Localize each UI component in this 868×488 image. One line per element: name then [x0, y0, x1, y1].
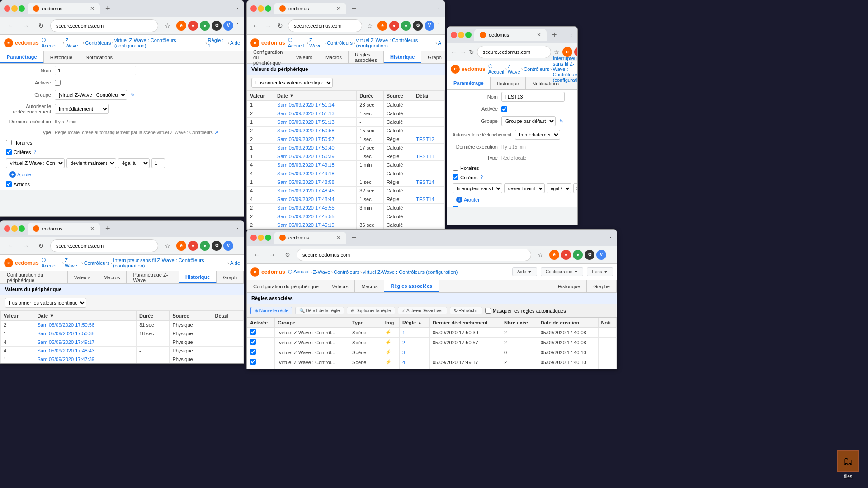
- forward-btn-4[interactable]: →: [19, 239, 32, 252]
- new-tab-btn-1[interactable]: +: [103, 3, 113, 14]
- table-row[interactable]: 1 Sam 05/09/2020 17:51:14 23 sec Calculé: [247, 101, 445, 109]
- minimize-btn-4[interactable]: [11, 225, 18, 232]
- ext-icon-3[interactable]: ●: [200, 21, 210, 31]
- close-btn-4[interactable]: [4, 225, 10, 232]
- tab-macros-5[interactable]: Macros: [355, 280, 384, 292]
- ext-2-3[interactable]: ●: [401, 21, 411, 31]
- menu-btn-4[interactable]: ⋮: [235, 226, 240, 232]
- tab-close-5[interactable]: ✕: [336, 235, 341, 241]
- back-btn-1[interactable]: ←: [4, 19, 17, 32]
- col-date-4[interactable]: Date ▼: [34, 311, 137, 321]
- profile-icon-1[interactable]: V: [223, 21, 233, 31]
- bc-ctrl-3[interactable]: Contrôleurs: [524, 66, 549, 72]
- table-row[interactable]: 2 Sam 05/09/2020 17:50:58 15 sec Calculé: [247, 127, 445, 135]
- list-item[interactable]: [virtuel Z-Wave : Contrôl... Scène ⚡ 1 0…: [247, 328, 617, 338]
- url-bar-1[interactable]: [50, 19, 158, 32]
- tab-close-3[interactable]: ✕: [537, 32, 541, 38]
- table-row[interactable]: 4 Sam 05/09/2020 17:49:18 1 min Calculé: [247, 161, 445, 169]
- ext-5-2[interactable]: ●: [561, 250, 571, 260]
- bc-virt-2[interactable]: virtuel Z-Wave : Contrôleurs (configurat…: [356, 38, 434, 48]
- table-row[interactable]: 2 Sam 05/09/2020 17:51:13 1 sec Calculé: [247, 109, 445, 118]
- critere-sel-3-2[interactable]: devient maintenant: [504, 183, 545, 193]
- critere-sel-3-1[interactable]: Interrupteur sans fil Z-Wave : Cont: [453, 183, 502, 193]
- input-nom-3[interactable]: [501, 92, 565, 102]
- forward-btn-5[interactable]: →: [266, 249, 278, 261]
- tab-config-4[interactable]: Configuration du périphérique: [0, 271, 68, 283]
- desktop-icon[interactable]: 🗂 tiles: [837, 450, 859, 479]
- app-logo-4[interactable]: e eedomus: [4, 258, 39, 267]
- tab-graph-4[interactable]: Graph: [217, 271, 244, 283]
- select-groupe-3[interactable]: Groupe par défaut: [501, 116, 556, 126]
- table-row[interactable]: 2 Sam 05/09/2020 17:45:55 - Calculé: [247, 212, 445, 221]
- table-row[interactable]: 2 Sam 05/09/2020 17:45:18 2 min Physique: [1, 364, 244, 364]
- forward-btn-3[interactable]: →: [460, 46, 466, 58]
- new-tab-btn-5[interactable]: +: [349, 232, 359, 244]
- bc-accueil-3[interactable]: ⬡ Accueil: [488, 63, 504, 75]
- tab-close-1[interactable]: ✕: [90, 5, 94, 12]
- bc-accueil-4[interactable]: ⬡ Accueil: [42, 257, 61, 268]
- ext-4-3[interactable]: ●: [200, 241, 210, 251]
- close-btn-2[interactable]: [250, 5, 257, 12]
- star-btn-4[interactable]: ☆: [161, 239, 174, 252]
- maximize-btn-4[interactable]: [19, 225, 25, 232]
- maximize-btn-5[interactable]: [265, 235, 271, 241]
- bc-regle-1[interactable]: Règle : 1: [208, 38, 227, 48]
- star-btn-5[interactable]: ☆: [534, 249, 547, 261]
- star-btn-2[interactable]: ☆: [365, 19, 375, 32]
- rule-checkbox[interactable]: [250, 369, 256, 369]
- refresh-btn-3[interactable]: ↻: [469, 46, 474, 58]
- col-regle-5[interactable]: Règle ▲: [400, 318, 430, 328]
- minimize-btn-1[interactable]: [11, 5, 18, 12]
- rule-checkbox[interactable]: [250, 329, 256, 335]
- table-row[interactable]: 1 Sam 05/09/2020 17:51:13 - Calculé: [247, 118, 445, 127]
- tab-parametrage-3[interactable]: Paramétrage: [447, 77, 491, 89]
- chk-horaires-1[interactable]: [6, 140, 12, 145]
- list-item[interactable]: [virtuel Z-Wave : Contrôl... Scène ⚡ 4 0…: [247, 357, 617, 367]
- bc-ctrl-5[interactable]: Contrôleurs: [334, 269, 359, 275]
- merge-select-4[interactable]: Fusionner les valeurs identiques: [5, 298, 86, 308]
- edit-groupe-icon-1[interactable]: ✎: [131, 92, 135, 98]
- refresh-btn-4[interactable]: ↻: [35, 239, 47, 252]
- bc-accueil-5[interactable]: ⬡ Accueil: [288, 269, 310, 275]
- refresh-btn-1[interactable]: ↻: [35, 19, 47, 32]
- critere-sel-1[interactable]: virtuel Z-Wave : Contrôleurs: [6, 158, 65, 168]
- tab-valeurs-5[interactable]: Valeurs: [326, 280, 355, 292]
- ext-2-1[interactable]: e: [377, 21, 387, 31]
- tab-historique-4[interactable]: Historique: [179, 271, 217, 283]
- active-tab-5[interactable]: eedomus ✕: [274, 232, 346, 244]
- chk-criteres-3[interactable]: [453, 174, 458, 180]
- ext-icon-1[interactable]: e: [176, 21, 186, 31]
- bc-interr-4[interactable]: Interrupteur sans fil Z-Wave : Contrôleu…: [113, 258, 226, 268]
- critere-val-1[interactable]: [151, 158, 165, 168]
- bc-accueil-1[interactable]: ⬡ Accueil: [42, 37, 62, 48]
- checkbox-activee-1[interactable]: [55, 80, 61, 86]
- tab-notif-3[interactable]: Notifications: [526, 77, 566, 89]
- tab-graph-2[interactable]: Graph: [421, 51, 445, 63]
- add-critere-btn-3[interactable]: + Ajouter: [453, 196, 483, 204]
- close-btn-5[interactable]: [250, 235, 257, 241]
- minimize-btn-2[interactable]: [258, 5, 264, 12]
- input-nom-1[interactable]: [55, 66, 136, 75]
- nouvelle-regle-btn[interactable]: ⊕ Nouvelle règle: [250, 307, 292, 314]
- tab-regles-5[interactable]: Règles associées: [384, 280, 439, 292]
- bc-aide-1[interactable]: Aide: [230, 40, 240, 46]
- rafraichir-btn[interactable]: ↻ Rafraîchir: [450, 307, 482, 314]
- ext-4-4[interactable]: ⚙: [212, 241, 222, 251]
- rule-checkbox[interactable]: [250, 339, 256, 345]
- help-criteres-3[interactable]: ?: [481, 175, 483, 180]
- url-bar-4[interactable]: [50, 239, 158, 252]
- table-row[interactable]: 1 Sam 05/09/2020 17:50:40 17 sec Calculé: [247, 144, 445, 152]
- help-criteres-1[interactable]: ?: [34, 150, 37, 155]
- add-critere-btn-1[interactable]: + Ajouter: [6, 170, 37, 178]
- bc-aide-4[interactable]: Aide: [230, 260, 240, 266]
- bc-accueil-2[interactable]: ⬡ Accueil: [288, 37, 306, 48]
- list-item[interactable]: [virtuel Z-Wave : Contrôl... Scène ⚡ 3 0…: [247, 347, 617, 357]
- table-row[interactable]: 1 Sam 05/09/2020 17:47:39 - Physique: [1, 355, 244, 364]
- label-actions-1[interactable]: Actions: [6, 181, 30, 187]
- bc-virt-1[interactable]: virtuel Z-Wave : Contrôleurs (configurat…: [114, 38, 204, 48]
- tab-close-2[interactable]: ✕: [336, 5, 341, 12]
- label-criteres-1[interactable]: Critères: [6, 149, 31, 155]
- table-row[interactable]: 2 Sam 05/09/2020 17:45:19 36 sec Calculé: [247, 221, 445, 230]
- tab-historique-1[interactable]: Historique: [44, 51, 80, 63]
- chk-actions-1[interactable]: [6, 181, 12, 187]
